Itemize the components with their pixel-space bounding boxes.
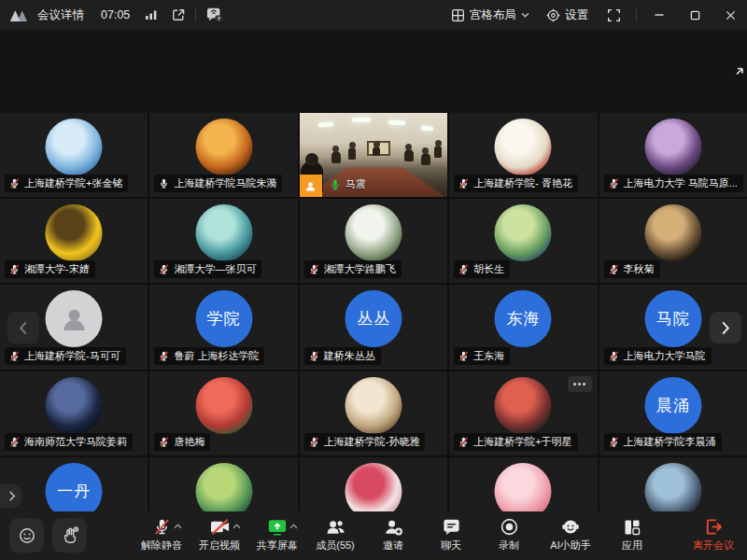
record-button[interactable]: 录制	[480, 515, 538, 556]
avatar	[46, 204, 103, 261]
mic-options-chevron[interactable]	[174, 516, 182, 533]
participant-name-tag: 湘潭大学-宋婧	[5, 260, 95, 278]
chat-icon	[442, 515, 461, 537]
tile-more-button[interactable]	[568, 376, 592, 392]
emoji-reaction-button[interactable]	[9, 518, 44, 553]
participant-tile[interactable]: 湘潭大学路鹏飞	[300, 199, 447, 283]
participant-name: 上海建桥学院李晨涌	[624, 435, 716, 449]
video-frame-decor	[348, 147, 356, 160]
app-logo-icon	[9, 8, 28, 22]
unmute-label: 解除静音	[141, 539, 182, 553]
participant-name-tag: 唐艳梅	[154, 433, 210, 451]
share-screen-button[interactable]: 共享屏幕	[248, 515, 306, 556]
layout-switcher[interactable]: 宫格布局	[451, 7, 529, 23]
participant-tile[interactable]: 晨涌 上海建桥学院李晨涌	[599, 371, 747, 455]
mic-status-icon	[308, 350, 320, 362]
side-panel-handle-icon[interactable]	[734, 63, 745, 80]
chevron-down-icon	[521, 12, 529, 18]
participant-name-tag: 上海建桥学院- 胥艳花	[454, 175, 578, 192]
mic-status-icon	[158, 350, 170, 362]
ai-assistant-label: AI小助手	[550, 539, 590, 553]
share-options-chevron[interactable]	[289, 516, 298, 533]
participant-tile[interactable]: 海南师范大学马院姜莉	[0, 371, 148, 455]
participant-name: 上海建桥学院+于明星	[473, 435, 571, 449]
camera-options-chevron[interactable]	[233, 516, 241, 533]
members-label: 成员(55)	[316, 539, 355, 553]
video-grid: 上海建桥学院+张金铭 上海建桥学院马院朱漪 马震 上海建桥学院- 胥艳花 上海电…	[0, 113, 747, 541]
apps-button[interactable]: 应用	[603, 515, 661, 556]
invite-button[interactable]: 邀请	[364, 515, 422, 556]
participant-tile[interactable]: 上海建桥学院+张金铭	[0, 113, 148, 197]
ai-assistant-button[interactable]: AI小助手	[538, 515, 603, 556]
participant-tile[interactable]: 李秋菊	[599, 199, 747, 283]
maximize-button[interactable]	[682, 2, 708, 28]
settings-button[interactable]: 设置	[546, 7, 588, 23]
mic-status-icon	[158, 436, 170, 448]
participant-tile[interactable]: 上海建桥学院+于明星	[449, 371, 597, 455]
record-label: 录制	[499, 539, 519, 553]
participant-name: 湘潭大学-宋婧	[24, 262, 90, 276]
participant-name: 建桥朱丛丛	[324, 349, 375, 363]
minimize-button[interactable]	[646, 2, 672, 28]
participant-name: 李秋菊	[624, 262, 655, 276]
audio-mode-icon[interactable]	[205, 7, 224, 23]
participant-name-tag: 上海建桥学院+张金铭	[5, 175, 128, 192]
start-video-button[interactable]: 开启视频	[190, 515, 248, 556]
mic-status-icon	[608, 263, 620, 275]
raise-hand-button[interactable]	[52, 518, 87, 553]
previous-page-button[interactable]	[7, 312, 39, 343]
mic-status-icon	[8, 436, 21, 448]
avatar	[345, 204, 402, 261]
participant-tile[interactable]: 马震	[300, 113, 447, 197]
participant-tile[interactable]: 上海建桥学院马院朱漪	[149, 113, 297, 197]
members-button[interactable]: 成员(55)	[306, 515, 364, 556]
participant-tile[interactable]: 胡长生	[449, 199, 597, 283]
avatar	[46, 119, 103, 175]
fullscreen-icon[interactable]	[607, 8, 621, 22]
gear-icon	[546, 8, 560, 22]
close-button[interactable]	[717, 2, 743, 28]
participant-tile[interactable]: 湘潭大学—张贝可	[149, 199, 297, 283]
participant-tile[interactable]: 唐艳梅	[149, 371, 297, 455]
participant-tile[interactable]: 上海建桥学院-孙晓雅	[300, 371, 447, 455]
pop-out-icon[interactable]	[171, 7, 186, 22]
share-screen-label: 共享屏幕	[257, 539, 298, 553]
unmute-button[interactable]: 解除静音	[133, 515, 190, 556]
title-bar: 会议详情 07:05 宫格布局	[0, 0, 747, 30]
mic-status-icon	[608, 436, 620, 448]
participant-name-tag: 王东海	[454, 347, 510, 365]
network-signal-icon[interactable]	[145, 9, 158, 21]
mic-status-icon	[308, 263, 320, 275]
avatar: 晨涌	[644, 377, 701, 434]
participant-name: 海南师范大学马院姜莉	[24, 435, 127, 449]
participant-tile[interactable]: 东海 王东海	[449, 285, 597, 369]
mic-status-icon	[458, 177, 470, 189]
start-video-label: 开启视频	[199, 539, 240, 553]
participant-name-tag: 马震	[325, 175, 372, 193]
leave-meeting-button[interactable]: 离开会议	[693, 515, 734, 553]
meeting-details-label: 会议详情	[37, 7, 84, 23]
mic-status-icon	[329, 178, 342, 191]
participant-name: 唐艳梅	[174, 435, 204, 449]
avatar	[495, 119, 552, 175]
settings-label: 设置	[565, 7, 588, 23]
meeting-stage: 上海建桥学院+张金铭 上海建桥学院马院朱漪 马震 上海建桥学院- 胥艳花 上海电…	[0, 30, 747, 511]
participant-name-tag: 上海建桥学院-马可可	[5, 347, 126, 365]
participant-tile[interactable]: 丛丛 建桥朱丛丛	[300, 285, 447, 369]
chat-button[interactable]: 聊天	[422, 515, 480, 556]
video-frame-decor	[421, 125, 433, 131]
mic-status-icon	[608, 350, 620, 362]
participant-tile[interactable]: 学院 鲁蔚 上海杉达学院	[149, 285, 297, 369]
reaction-buttons	[9, 518, 87, 553]
ai-assistant-icon	[560, 515, 581, 537]
avatar	[195, 204, 252, 261]
leave-meeting-label: 离开会议	[693, 539, 734, 553]
participant-tile[interactable]: 湘潭大学-宋婧	[0, 199, 148, 283]
video-frame-decor	[404, 149, 414, 161]
avatar	[495, 204, 552, 261]
participant-tile[interactable]: 上海建桥学院- 胥艳花	[449, 113, 597, 197]
meeting-details-button[interactable]: 会议详情	[37, 7, 84, 23]
participant-tile[interactable]: 上海电力大学 马院马原...	[599, 113, 747, 197]
participant-name: 上海建桥学院- 胥艳花	[473, 176, 572, 190]
next-page-button[interactable]	[710, 312, 741, 343]
